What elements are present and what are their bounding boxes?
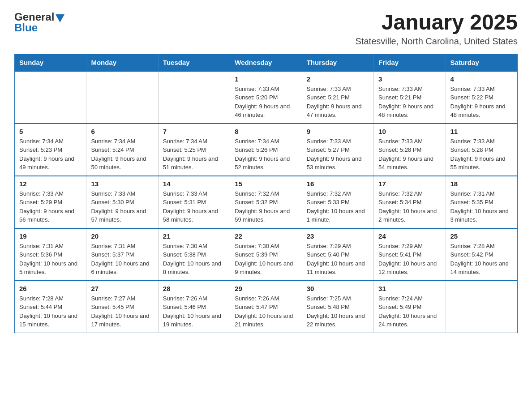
calendar-day-cell: 10Sunrise: 7:33 AM Sunset: 5:28 PM Dayli… (374, 124, 446, 176)
day-number: 6 (91, 128, 153, 135)
day-number: 1 (235, 75, 297, 83)
calendar-day-cell: 15Sunrise: 7:32 AM Sunset: 5:32 PM Dayli… (230, 176, 302, 228)
calendar-day-cell: 5Sunrise: 7:34 AM Sunset: 5:23 PM Daylig… (15, 124, 86, 176)
day-info: Sunrise: 7:32 AM Sunset: 5:34 PM Dayligh… (378, 189, 441, 224)
day-info: Sunrise: 7:30 AM Sunset: 5:38 PM Dayligh… (163, 242, 225, 277)
calendar-header-row: SundayMondayTuesdayWednesdayThursdayFrid… (15, 54, 518, 71)
day-of-week-header: Friday (374, 54, 446, 71)
day-of-week-header: Tuesday (158, 54, 230, 71)
day-info: Sunrise: 7:24 AM Sunset: 5:49 PM Dayligh… (378, 294, 441, 329)
day-of-week-header: Wednesday (230, 54, 302, 71)
day-number: 9 (307, 128, 369, 135)
calendar-day-cell: 16Sunrise: 7:32 AM Sunset: 5:33 PM Dayli… (302, 176, 373, 228)
calendar-day-cell: 18Sunrise: 7:31 AM Sunset: 5:35 PM Dayli… (446, 176, 517, 228)
calendar-day-cell: 20Sunrise: 7:31 AM Sunset: 5:37 PM Dayli… (86, 228, 158, 281)
calendar-week-row: 19Sunrise: 7:31 AM Sunset: 5:36 PM Dayli… (15, 228, 518, 281)
day-info: Sunrise: 7:31 AM Sunset: 5:35 PM Dayligh… (450, 189, 513, 224)
calendar-day-cell: 21Sunrise: 7:30 AM Sunset: 5:38 PM Dayli… (158, 228, 230, 281)
day-number: 20 (91, 232, 153, 240)
day-info: Sunrise: 7:33 AM Sunset: 5:20 PM Dayligh… (235, 85, 297, 120)
logo-blue-text: Blue (14, 21, 38, 34)
calendar-day-cell: 17Sunrise: 7:32 AM Sunset: 5:34 PM Dayli… (374, 176, 446, 228)
calendar-day-cell: 14Sunrise: 7:33 AM Sunset: 5:31 PM Dayli… (158, 176, 230, 228)
location-title: Statesville, North Carolina, United Stat… (356, 36, 518, 47)
day-of-week-header: Thursday (302, 54, 373, 71)
day-info: Sunrise: 7:34 AM Sunset: 5:23 PM Dayligh… (19, 137, 82, 172)
day-info: Sunrise: 7:33 AM Sunset: 5:21 PM Dayligh… (378, 85, 441, 120)
calendar-week-row: 5Sunrise: 7:34 AM Sunset: 5:23 PM Daylig… (15, 124, 518, 176)
calendar-table: SundayMondayTuesdayWednesdayThursdayFrid… (14, 54, 518, 333)
calendar-day-cell: 26Sunrise: 7:28 AM Sunset: 5:44 PM Dayli… (15, 281, 86, 333)
calendar-week-row: 26Sunrise: 7:28 AM Sunset: 5:44 PM Dayli… (15, 281, 518, 333)
day-info: Sunrise: 7:34 AM Sunset: 5:26 PM Dayligh… (235, 137, 297, 172)
day-number: 3 (378, 75, 441, 83)
day-info: Sunrise: 7:32 AM Sunset: 5:32 PM Dayligh… (235, 189, 297, 224)
day-number: 31 (378, 285, 441, 292)
day-number: 22 (235, 232, 297, 240)
calendar-day-cell: 29Sunrise: 7:26 AM Sunset: 5:47 PM Dayli… (230, 281, 302, 333)
day-number: 29 (235, 285, 297, 292)
calendar-day-cell: 22Sunrise: 7:30 AM Sunset: 5:39 PM Dayli… (230, 228, 302, 281)
calendar-day-cell: 30Sunrise: 7:25 AM Sunset: 5:48 PM Dayli… (302, 281, 373, 333)
day-info: Sunrise: 7:34 AM Sunset: 5:25 PM Dayligh… (163, 137, 225, 172)
day-of-week-header: Monday (86, 54, 158, 71)
calendar-day-cell: 9Sunrise: 7:33 AM Sunset: 5:27 PM Daylig… (302, 124, 373, 176)
day-info: Sunrise: 7:34 AM Sunset: 5:24 PM Dayligh… (91, 137, 153, 172)
day-info: Sunrise: 7:32 AM Sunset: 5:33 PM Dayligh… (307, 189, 369, 224)
day-info: Sunrise: 7:27 AM Sunset: 5:45 PM Dayligh… (91, 294, 153, 329)
calendar-day-cell: 31Sunrise: 7:24 AM Sunset: 5:49 PM Dayli… (374, 281, 446, 333)
day-info: Sunrise: 7:28 AM Sunset: 5:44 PM Dayligh… (19, 294, 82, 329)
day-number: 16 (307, 180, 369, 188)
day-info: Sunrise: 7:33 AM Sunset: 5:29 PM Dayligh… (19, 189, 82, 224)
calendar-week-row: 12Sunrise: 7:33 AM Sunset: 5:29 PM Dayli… (15, 176, 518, 228)
day-info: Sunrise: 7:33 AM Sunset: 5:22 PM Dayligh… (450, 85, 513, 120)
day-number: 24 (378, 232, 441, 240)
calendar-day-cell: 2Sunrise: 7:33 AM Sunset: 5:21 PM Daylig… (302, 71, 373, 124)
day-number: 28 (163, 285, 225, 292)
day-info: Sunrise: 7:26 AM Sunset: 5:47 PM Dayligh… (235, 294, 297, 329)
calendar-day-cell: 12Sunrise: 7:33 AM Sunset: 5:29 PM Dayli… (15, 176, 86, 228)
day-number: 14 (163, 180, 225, 188)
day-info: Sunrise: 7:28 AM Sunset: 5:42 PM Dayligh… (450, 242, 513, 277)
day-info: Sunrise: 7:33 AM Sunset: 5:28 PM Dayligh… (450, 137, 513, 172)
day-info: Sunrise: 7:26 AM Sunset: 5:46 PM Dayligh… (163, 294, 225, 329)
calendar-day-cell: 25Sunrise: 7:28 AM Sunset: 5:42 PM Dayli… (446, 228, 517, 281)
day-number: 10 (378, 128, 441, 135)
day-number: 17 (378, 180, 441, 188)
calendar-day-cell: 28Sunrise: 7:26 AM Sunset: 5:46 PM Dayli… (158, 281, 230, 333)
day-info: Sunrise: 7:33 AM Sunset: 5:21 PM Dayligh… (307, 85, 369, 120)
calendar-day-cell: 7Sunrise: 7:34 AM Sunset: 5:25 PM Daylig… (158, 124, 230, 176)
page-header: General Blue January 2025 Statesville, N… (14, 11, 518, 47)
calendar-day-cell (446, 281, 517, 333)
day-number: 19 (19, 232, 82, 240)
day-number: 30 (307, 285, 369, 292)
logo-triangle-icon (56, 14, 64, 22)
day-number: 25 (450, 232, 513, 240)
calendar-day-cell: 23Sunrise: 7:29 AM Sunset: 5:40 PM Dayli… (302, 228, 373, 281)
day-info: Sunrise: 7:33 AM Sunset: 5:27 PM Dayligh… (307, 137, 369, 172)
day-number: 11 (450, 128, 513, 135)
day-info: Sunrise: 7:25 AM Sunset: 5:48 PM Dayligh… (307, 294, 369, 329)
day-info: Sunrise: 7:33 AM Sunset: 5:28 PM Dayligh… (378, 137, 441, 172)
day-of-week-header: Sunday (15, 54, 86, 71)
calendar-day-cell: 19Sunrise: 7:31 AM Sunset: 5:36 PM Dayli… (15, 228, 86, 281)
day-number: 18 (450, 180, 513, 188)
calendar-day-cell (86, 71, 158, 124)
calendar-day-cell: 6Sunrise: 7:34 AM Sunset: 5:24 PM Daylig… (86, 124, 158, 176)
calendar-day-cell: 8Sunrise: 7:34 AM Sunset: 5:26 PM Daylig… (230, 124, 302, 176)
calendar-day-cell (15, 71, 86, 124)
day-number: 13 (91, 180, 153, 188)
calendar-day-cell (158, 71, 230, 124)
calendar-day-cell: 24Sunrise: 7:29 AM Sunset: 5:41 PM Dayli… (374, 228, 446, 281)
day-number: 23 (307, 232, 369, 240)
day-number: 21 (163, 232, 225, 240)
day-number: 27 (91, 285, 153, 292)
day-info: Sunrise: 7:29 AM Sunset: 5:41 PM Dayligh… (378, 242, 441, 277)
day-info: Sunrise: 7:33 AM Sunset: 5:31 PM Dayligh… (163, 189, 225, 224)
calendar-week-row: 1Sunrise: 7:33 AM Sunset: 5:20 PM Daylig… (15, 71, 518, 124)
calendar-day-cell: 13Sunrise: 7:33 AM Sunset: 5:30 PM Dayli… (86, 176, 158, 228)
day-info: Sunrise: 7:31 AM Sunset: 5:37 PM Dayligh… (91, 242, 153, 277)
day-of-week-header: Saturday (446, 54, 517, 71)
calendar-day-cell: 3Sunrise: 7:33 AM Sunset: 5:21 PM Daylig… (374, 71, 446, 124)
day-info: Sunrise: 7:33 AM Sunset: 5:30 PM Dayligh… (91, 189, 153, 224)
